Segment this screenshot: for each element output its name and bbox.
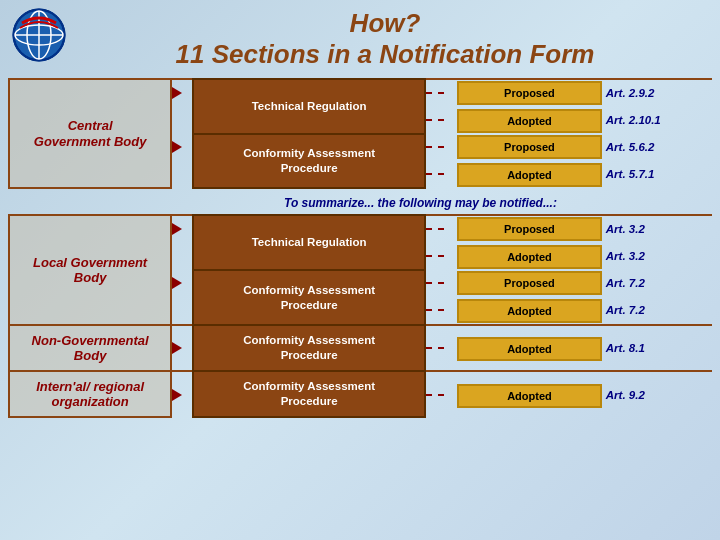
proposed-status-2: Proposed	[455, 134, 604, 160]
content-table: CentralGovernment Body Technical Regulat…	[8, 78, 712, 418]
arrow-cell	[171, 371, 193, 417]
dashed-arrow-cell	[425, 325, 455, 371]
header: How? 11 Sections in a Notification Form	[8, 8, 712, 70]
arrow-right-icon	[172, 223, 182, 235]
adopted-status-1: Adopted	[455, 106, 604, 134]
cap-box-central: Conformity AssessmentProcedure	[196, 141, 423, 181]
art-ref-2: Art. 2.10.1	[604, 106, 712, 134]
page: How? 11 Sections in a Notification Form …	[0, 0, 720, 540]
arrow-cell	[171, 106, 193, 134]
dashed-arrow-cell	[425, 270, 455, 296]
dashed-arrow-cell	[425, 160, 455, 188]
cap-cell-intl: Conformity AssessmentProcedure	[193, 371, 426, 417]
intl-org-label: Intern'al/ regionalorganization	[9, 371, 171, 417]
arrow-cell	[171, 296, 193, 325]
table-row: CentralGovernment Body Technical Regulat…	[9, 79, 712, 106]
art-ref-7: Art. 7.2	[604, 270, 712, 296]
table-row: Local GovernmentBody Technical Regulatio…	[9, 215, 712, 242]
status-box: Adopted	[457, 337, 602, 361]
dashed-arrow-cell	[425, 79, 455, 106]
art-ref-1: Art. 2.9.2	[604, 79, 712, 106]
arrow-right-icon	[172, 87, 182, 99]
dashed-arrow-cell	[425, 215, 455, 242]
cap-box-local: Conformity AssessmentProcedure	[196, 278, 423, 318]
status-box: Adopted	[457, 245, 602, 269]
page-title: How? 11 Sections in a Notification Form	[58, 8, 712, 70]
art-ref-6: Art. 3.2	[604, 242, 712, 270]
title-line1: How?	[350, 8, 421, 38]
status-box: Adopted	[457, 384, 602, 408]
dashed-arrow-cell	[425, 242, 455, 270]
status-box: Adopted	[457, 299, 602, 323]
table-row: Intern'al/ regionalorganization Conformi…	[9, 371, 712, 417]
tech-reg-cell-local: Technical Regulation	[193, 215, 426, 270]
cap-box-ngo: Conformity AssessmentProcedure	[196, 328, 423, 368]
cap-box-intl: Conformity AssessmentProcedure	[196, 374, 423, 414]
cap-cell-local: Conformity AssessmentProcedure	[193, 270, 426, 325]
tech-reg-box-central: Technical Regulation	[196, 94, 423, 119]
art-ref-3: Art. 5.6.2	[604, 134, 712, 160]
arrow-cell	[171, 325, 193, 371]
arrow-right-icon	[172, 141, 182, 153]
proposed-status-3: Proposed	[455, 215, 604, 242]
arrow-cell	[171, 134, 193, 160]
proposed-status-4: Proposed	[455, 270, 604, 296]
central-govt-label: CentralGovernment Body	[9, 79, 171, 188]
title-line2: 11 Sections in a Notification Form	[176, 39, 595, 69]
arrow-right-icon	[172, 277, 182, 289]
dashed-arrow-cell	[425, 371, 455, 417]
tech-reg-cell-central: Technical Regulation	[193, 79, 426, 134]
status-box: Proposed	[457, 217, 602, 241]
dashed-arrow-cell	[425, 296, 455, 325]
arrow-right-icon	[172, 389, 182, 401]
art-ref-5: Art. 3.2	[604, 215, 712, 242]
status-box: Proposed	[457, 135, 602, 159]
cap-cell-central: Conformity AssessmentProcedure	[193, 134, 426, 188]
arrow-cell	[171, 270, 193, 296]
dashed-arrow-cell	[425, 106, 455, 134]
dashed-arrow-cell	[425, 134, 455, 160]
arrow-cell	[171, 215, 193, 242]
status-box: Adopted	[457, 163, 602, 187]
adopted-status-6: Adopted	[455, 371, 604, 417]
arrow-right-icon	[172, 342, 182, 354]
arrow-cell	[171, 160, 193, 188]
status-box: Proposed	[457, 81, 602, 105]
art-ref-9: Art. 8.1	[604, 325, 712, 371]
local-govt-label: Local GovernmentBody	[9, 215, 171, 325]
adopted-status-2: Adopted	[455, 160, 604, 188]
arrow-cell	[171, 79, 193, 106]
art-ref-4: Art. 5.7.1	[604, 160, 712, 188]
status-box: Adopted	[457, 109, 602, 133]
art-ref-10: Art. 9.2	[604, 371, 712, 417]
art-ref-8: Art. 7.2	[604, 296, 712, 325]
non-govt-label: Non-GovernmentalBody	[9, 325, 171, 371]
cap-cell-ngo: Conformity AssessmentProcedure	[193, 325, 426, 371]
status-box: Proposed	[457, 271, 602, 295]
proposed-status-1: Proposed	[455, 79, 604, 106]
logo	[12, 8, 67, 63]
table-row: Non-GovernmentalBody Conformity Assessme…	[9, 325, 712, 371]
summary-text: To summarize... the following may be not…	[129, 196, 712, 210]
summary-row: To summarize... the following may be not…	[9, 188, 712, 215]
adopted-status-5: Adopted	[455, 325, 604, 371]
adopted-status-3: Adopted	[455, 242, 604, 270]
adopted-status-4: Adopted	[455, 296, 604, 325]
arrow-cell	[171, 242, 193, 270]
tech-reg-box-local: Technical Regulation	[196, 230, 423, 255]
